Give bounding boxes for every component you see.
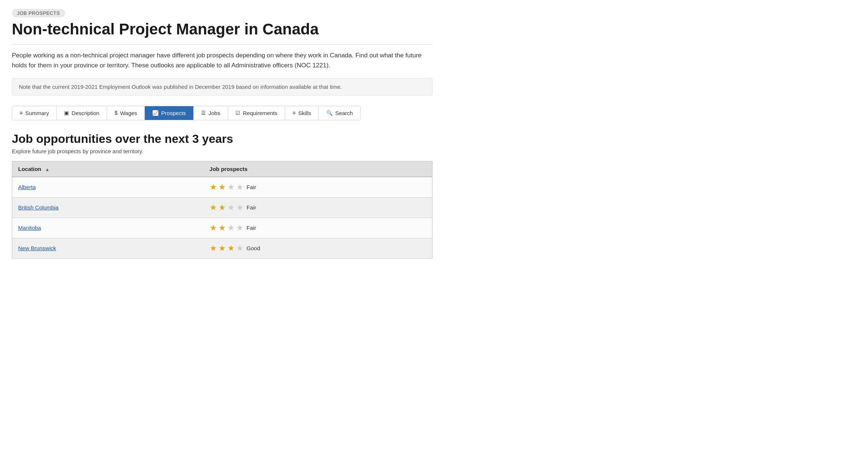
prospects-cell: ★★★★Good	[204, 238, 433, 258]
tab-description-label: Description	[71, 110, 99, 116]
skills-icon: ≡	[293, 110, 296, 116]
jobs-icon: ☰	[201, 110, 206, 116]
stars-container: ★★★★Fair	[210, 223, 426, 233]
star-filled: ★	[210, 182, 217, 192]
star-filled: ★	[218, 182, 226, 192]
col-prospects: Job prospects	[204, 161, 433, 177]
title-divider	[12, 44, 433, 44]
stars-container: ★★★★Fair	[210, 182, 426, 192]
tab-search-label: Search	[335, 110, 353, 116]
tab-wages[interactable]: $ Wages	[107, 106, 145, 120]
rating-label: Fair	[247, 184, 256, 190]
table-row: Manitoba★★★★Fair	[12, 218, 433, 238]
rating-label: Fair	[247, 204, 256, 211]
notice-box: Note that the current 2019-2021 Employme…	[12, 78, 433, 95]
star-half: ★	[227, 203, 235, 212]
tab-skills[interactable]: ≡ Skills	[285, 106, 319, 120]
star-filled: ★	[218, 244, 226, 253]
star-half: ★	[227, 182, 235, 192]
stars-container: ★★★★Good	[210, 244, 426, 253]
location-cell: New Brunswick	[12, 238, 204, 258]
table-row: British Columbia★★★★Fair	[12, 197, 433, 218]
table-row: New Brunswick★★★★Good	[12, 238, 433, 258]
location-cell: Manitoba	[12, 218, 204, 238]
star-filled: ★	[218, 203, 226, 212]
description-icon: ▣	[64, 110, 69, 116]
rating-label: Good	[247, 245, 260, 251]
search-icon: 🔍	[326, 110, 333, 116]
badge-label: JOB PROSPECTS	[12, 9, 65, 17]
location-link[interactable]: Alberta	[18, 184, 36, 190]
stars-container: ★★★★Fair	[210, 203, 426, 212]
summary-icon: ≡	[20, 110, 23, 116]
tab-prospects-label: Prospects	[161, 110, 186, 116]
prospects-icon: 📈	[152, 110, 158, 116]
tab-summary-label: Summary	[25, 110, 49, 116]
star-filled: ★	[210, 223, 217, 233]
page-title: Non-technical Project Manager in Canada	[12, 20, 433, 38]
tab-wages-label: Wages	[120, 110, 137, 116]
tab-prospects[interactable]: 📈 Prospects	[145, 106, 194, 120]
prospects-cell: ★★★★Fair	[204, 177, 433, 198]
wages-icon: $	[114, 110, 117, 116]
location-link[interactable]: Manitoba	[18, 225, 41, 231]
star-empty: ★	[236, 182, 244, 192]
prospects-table: Location ▲ Job prospects Alberta★★★★Fair…	[12, 161, 433, 259]
star-filled: ★	[218, 223, 226, 233]
table-row: Alberta★★★★Fair	[12, 177, 433, 198]
tab-requirements-label: Requirements	[243, 110, 277, 116]
col-location[interactable]: Location ▲	[12, 161, 204, 177]
tab-bar: ≡ Summary ▣ Description $ Wages 📈 Prospe…	[12, 106, 361, 120]
star-empty: ★	[236, 244, 244, 253]
tab-jobs-label: Jobs	[208, 110, 220, 116]
tab-skills-label: Skills	[298, 110, 311, 116]
star-filled: ★	[210, 244, 217, 253]
star-filled: ★	[210, 203, 217, 212]
tab-jobs[interactable]: ☰ Jobs	[194, 106, 228, 120]
prospects-cell: ★★★★Fair	[204, 197, 433, 218]
location-cell: British Columbia	[12, 197, 204, 218]
star-filled: ★	[227, 244, 235, 253]
location-link[interactable]: British Columbia	[18, 204, 59, 211]
intro-text: People working as a non-technical projec…	[12, 50, 433, 70]
notice-text: Note that the current 2019-2021 Employme…	[19, 84, 342, 90]
section-subtitle: Explore future job prospects by province…	[12, 148, 433, 154]
star-half: ★	[227, 223, 235, 233]
tab-search[interactable]: 🔍 Search	[319, 106, 360, 120]
sort-arrow-icon: ▲	[45, 167, 50, 172]
tab-description[interactable]: ▣ Description	[57, 106, 107, 120]
star-empty: ★	[236, 203, 244, 212]
requirements-icon: ☑	[236, 110, 240, 116]
star-empty: ★	[236, 223, 244, 233]
location-cell: Alberta	[12, 177, 204, 198]
tab-requirements[interactable]: ☑ Requirements	[228, 106, 285, 120]
section-title: Job opportunities over the next 3 years	[12, 132, 433, 146]
prospects-cell: ★★★★Fair	[204, 218, 433, 238]
location-link[interactable]: New Brunswick	[18, 245, 56, 251]
rating-label: Fair	[247, 225, 256, 231]
tab-summary[interactable]: ≡ Summary	[12, 106, 57, 120]
